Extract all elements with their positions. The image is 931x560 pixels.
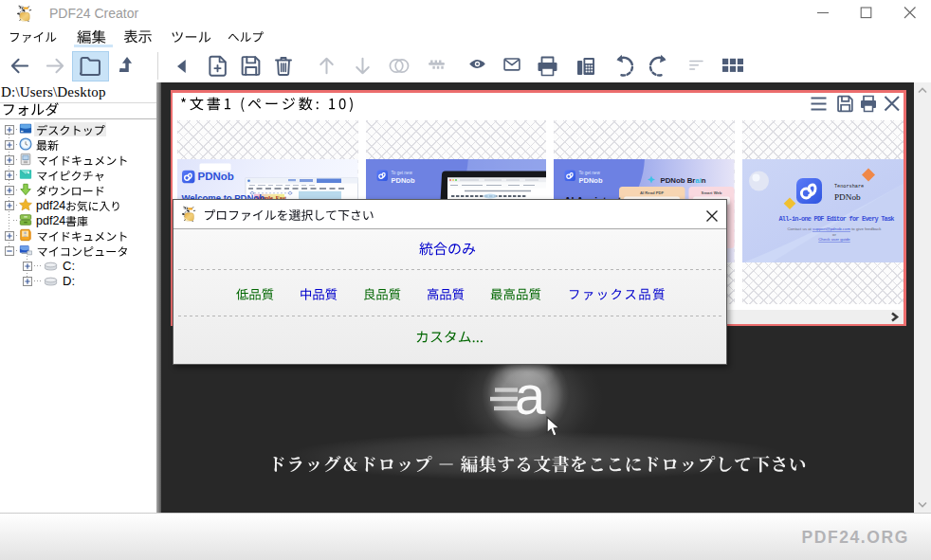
svg-text:PDNob: PDNob xyxy=(198,170,234,181)
svg-text:PDNob: PDNob xyxy=(391,175,414,184)
svg-text:To get new: To get new xyxy=(579,171,601,175)
svg-text:PDNob Brain: PDNob Brain xyxy=(661,176,706,185)
svg-text:All-in-one PDF Editor for Ever: All-in-one PDF Editor for Every Task xyxy=(778,214,894,222)
svg-text:PDNob: PDNob xyxy=(834,192,861,202)
svg-text:PDNob: PDNob xyxy=(579,175,603,184)
svg-text:Contact us at support@pdnob.co: Contact us at support@pdnob.com to give … xyxy=(787,226,882,231)
svg-text:To get new: To get new xyxy=(391,171,412,175)
svg-text:or: or xyxy=(832,231,836,236)
svg-text:Smart Web: Smart Web xyxy=(702,190,722,194)
svg-text:Check user guide: Check user guide xyxy=(818,237,850,242)
svg-text:Tenorshare: Tenorshare xyxy=(834,183,864,189)
svg-text:AI Read PDF: AI Read PDF xyxy=(640,190,665,194)
